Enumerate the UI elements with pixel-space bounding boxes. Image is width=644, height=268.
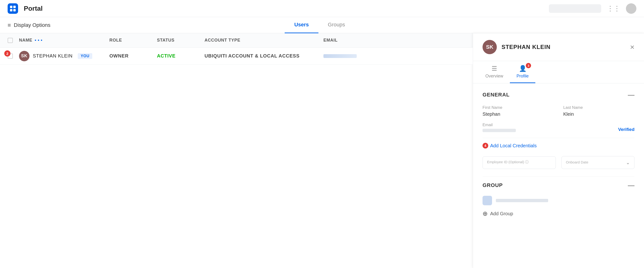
header-check: [8, 38, 19, 43]
general-section-header: GENERAL —: [482, 91, 634, 99]
name-form-row: First Name Stephan Last Name Klein: [482, 105, 634, 117]
top-nav-right: ⋮⋮: [549, 3, 636, 14]
divider-1: [482, 138, 634, 138]
avatar: SK: [19, 51, 30, 61]
panel-close-button[interactable]: ×: [630, 43, 634, 51]
select-all-checkbox[interactable]: [8, 38, 13, 43]
row-badge: 2: [4, 50, 10, 56]
you-badge: YOU: [78, 53, 92, 59]
panel-user-name: STEPHAN KLEIN: [502, 44, 550, 50]
svg-rect-2: [10, 9, 12, 11]
panel-user-info: SK STEPHAN KLEIN: [482, 40, 550, 54]
last-name-label: Last Name: [564, 105, 635, 110]
col-header-status: STATUS: [157, 38, 204, 43]
group-collapse-button[interactable]: —: [628, 182, 634, 189]
email-placeholder-bar: [324, 54, 357, 58]
group-avatar: [482, 196, 492, 205]
app-title: Portal: [24, 5, 42, 12]
row-account-type: Ubiquiti Account & Local Access: [204, 53, 324, 59]
panel-content: GENERAL — First Name Stephan Last Name K…: [473, 83, 644, 268]
col-header-name: NAME • • •: [19, 38, 110, 43]
group-section-title: GROUP: [482, 182, 503, 188]
group-section-header: GROUP —: [482, 182, 634, 189]
right-panel: SK STEPHAN KLEIN × ☰ Overview 3 👤 Profil…: [473, 33, 644, 268]
employee-id-label: Employee ID (Optional) ⓘ: [487, 160, 529, 164]
panel-tab-overview[interactable]: ☰ Overview: [479, 61, 510, 83]
employee-id-field[interactable]: Employee ID (Optional) ⓘ: [482, 156, 556, 169]
first-name-value: Stephan: [482, 111, 554, 117]
first-name-group: First Name Stephan: [482, 105, 554, 117]
add-group-label: Add Group: [490, 211, 513, 217]
general-section-title: GENERAL: [482, 92, 510, 98]
top-nav: Portal ⋮⋮: [0, 0, 644, 17]
profile-tab-badge: 3: [526, 63, 531, 68]
tab-groups[interactable]: Groups: [318, 17, 354, 33]
display-options-button[interactable]: ≡ Display Options: [8, 22, 50, 28]
display-options-label: Display Options: [14, 22, 50, 28]
user-name: Stephan Klein: [33, 53, 72, 59]
row-status: ACTIVE: [157, 53, 204, 59]
top-nav-left: Portal: [8, 3, 42, 14]
tab-users[interactable]: Users: [285, 17, 318, 33]
email-label: Email: [482, 123, 608, 127]
table-row[interactable]: 2 SK Stephan Klein YOU Owner ACTIVE Ubiq…: [0, 47, 473, 65]
table-header: NAME • • • ROLE STATUS ACCOUNT TYPE EMAI…: [0, 33, 473, 47]
panel-avatar: SK: [482, 40, 497, 54]
email-input-bar: [482, 129, 516, 132]
general-collapse-button[interactable]: —: [628, 91, 634, 99]
add-group-icon: ⊕: [482, 210, 488, 217]
last-name-group: Last Name Klein: [564, 105, 635, 117]
svg-rect-0: [10, 6, 12, 8]
credentials-badge: 4: [482, 143, 488, 149]
row-role: Owner: [110, 53, 157, 59]
add-group-button[interactable]: ⊕ Add Group: [482, 210, 634, 217]
panel-header: SK STEPHAN KLEIN ×: [473, 33, 644, 61]
group-name-bar: [496, 199, 548, 202]
menu-icon: ≡: [8, 22, 11, 28]
add-credentials-button[interactable]: 4 Add Local Credentials: [482, 143, 634, 149]
profile-icon: 👤: [519, 65, 526, 72]
first-name-label: First Name: [482, 105, 554, 110]
search-bar[interactable]: [549, 4, 601, 13]
add-credentials-label: Add Local Credentials: [490, 143, 537, 149]
onboard-date-label: Onboard Date: [566, 160, 588, 164]
panel-tabs: ☰ Overview 3 👤 Profile: [473, 61, 644, 83]
verified-label: Verified: [618, 127, 634, 132]
row-name-col: SK Stephan Klein YOU: [19, 51, 110, 61]
col-header-role: ROLE: [110, 38, 157, 43]
main-tabs: Users Groups: [285, 17, 354, 33]
onboard-date-field[interactable]: Onboard Date ⌄: [562, 156, 635, 169]
email-group: Email: [482, 123, 608, 132]
onboard-date-dropdown-icon[interactable]: ⌄: [626, 160, 630, 165]
divider-2: [482, 177, 634, 177]
overview-icon: ☰: [492, 65, 497, 72]
app-grid-icon[interactable]: [8, 3, 18, 14]
user-avatar-top[interactable]: [626, 3, 636, 14]
svg-rect-3: [13, 9, 16, 11]
svg-rect-1: [13, 6, 16, 8]
apps-grid-icon[interactable]: ⋮⋮: [607, 4, 620, 12]
col-header-account: ACCOUNT TYPE: [204, 38, 324, 43]
col-header-email: EMAIL: [324, 38, 465, 43]
row-email: [324, 54, 465, 58]
panel-tab-overview-label: Overview: [486, 74, 503, 79]
employee-onboard-row: Employee ID (Optional) ⓘ Onboard Date ⌄: [482, 156, 634, 169]
table-area: NAME • • • ROLE STATUS ACCOUNT TYPE EMAI…: [0, 33, 473, 268]
last-name-value: Klein: [564, 111, 635, 117]
name-options-icon[interactable]: • • •: [35, 38, 42, 43]
email-form-row: Email Verified: [482, 123, 634, 132]
panel-tab-profile[interactable]: 3 👤 Profile: [510, 61, 535, 83]
main-content: NAME • • • ROLE STATUS ACCOUNT TYPE EMAI…: [0, 33, 644, 268]
panel-tab-profile-label: Profile: [516, 74, 529, 79]
sub-nav: ≡ Display Options Users Groups: [0, 17, 644, 33]
group-item: [482, 196, 634, 205]
